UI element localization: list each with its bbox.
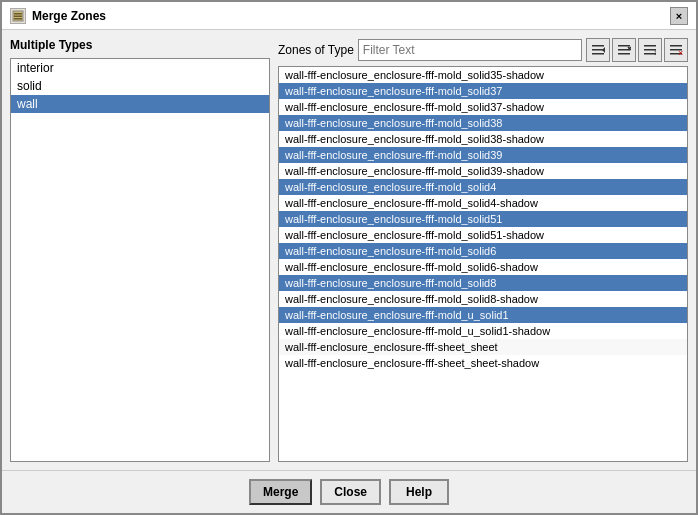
zones-list-wrapper: wall-fff-enclosure_enclosure-fff-mold_so… (278, 66, 688, 462)
zone-item[interactable]: wall-fff-enclosure_enclosure-fff-mold_so… (279, 259, 687, 275)
deselect-all-icon (617, 43, 631, 57)
zone-item[interactable]: wall-fff-enclosure_enclosure-fff-sheet_s… (279, 355, 687, 371)
zone-item[interactable]: wall-fff-enclosure_enclosure-fff-mold_so… (279, 179, 687, 195)
select-all-button[interactable] (586, 38, 610, 62)
zone-item[interactable]: wall-fff-enclosure_enclosure-fff-mold_so… (279, 67, 687, 83)
filter-button[interactable]: × (664, 38, 688, 62)
left-panel: Multiple Types interiorsolidwall (10, 38, 270, 462)
filter-input[interactable] (358, 39, 582, 61)
zone-item[interactable]: wall-fff-enclosure_enclosure-fff-mold_so… (279, 275, 687, 291)
type-list[interactable]: interiorsolidwall (10, 58, 270, 462)
svg-text:↕: ↕ (653, 48, 657, 57)
type-item[interactable]: interior (11, 59, 269, 77)
zone-item[interactable]: wall-fff-enclosure_enclosure-fff-mold_so… (279, 99, 687, 115)
zone-item[interactable]: wall-fff-enclosure_enclosure-fff-mold_so… (279, 83, 687, 99)
zones-list[interactable]: wall-fff-enclosure_enclosure-fff-mold_so… (279, 67, 687, 461)
invert-selection-button[interactable]: ↕ (638, 38, 662, 62)
zone-item[interactable]: wall-fff-enclosure_enclosure-fff-mold_so… (279, 291, 687, 307)
svg-text:×: × (678, 48, 683, 57)
zone-item[interactable]: wall-fff-enclosure_enclosure-fff-mold_so… (279, 195, 687, 211)
type-item[interactable]: solid (11, 77, 269, 95)
filter-icon: × (669, 43, 683, 57)
deselect-all-button[interactable] (612, 38, 636, 62)
svg-rect-2 (14, 15, 22, 17)
toolbar-buttons: ↕ × (586, 38, 688, 62)
dialog-icon (10, 8, 26, 24)
zones-of-type-label: Zones of Type (278, 43, 354, 57)
svg-rect-3 (14, 18, 22, 20)
zone-item[interactable]: wall-fff-enclosure_enclosure-fff-mold_so… (279, 211, 687, 227)
svg-marker-7 (602, 47, 605, 53)
svg-rect-13 (644, 45, 656, 47)
zone-item[interactable]: wall-fff-enclosure_enclosure-fff-mold_u_… (279, 307, 687, 323)
zone-item[interactable]: wall-fff-enclosure_enclosure-fff-mold_u_… (279, 323, 687, 339)
zones-header: Zones of Type (278, 38, 688, 62)
title-bar: Merge Zones × (2, 2, 696, 30)
zone-item[interactable]: wall-fff-enclosure_enclosure-fff-mold_so… (279, 163, 687, 179)
close-button[interactable]: Close (320, 479, 381, 505)
right-panel: Zones of Type (278, 38, 688, 462)
footer: Merge Close Help (2, 470, 696, 513)
merge-zones-dialog: Merge Zones × Multiple Types interiorsol… (0, 0, 698, 515)
select-all-icon (591, 43, 605, 57)
zone-item[interactable]: wall-fff-enclosure_enclosure-fff-mold_so… (279, 131, 687, 147)
svg-rect-6 (592, 53, 604, 55)
svg-rect-4 (592, 45, 604, 47)
multiple-types-label: Multiple Types (10, 38, 270, 52)
svg-rect-8 (618, 45, 630, 47)
invert-icon: ↕ (643, 43, 657, 57)
help-button[interactable]: Help (389, 479, 449, 505)
svg-rect-1 (14, 13, 22, 15)
type-item[interactable]: wall (11, 95, 269, 113)
merge-button[interactable]: Merge (249, 479, 312, 505)
zone-item[interactable]: wall-fff-enclosure_enclosure-fff-mold_so… (279, 115, 687, 131)
svg-rect-17 (670, 45, 682, 47)
svg-rect-10 (618, 53, 630, 55)
zone-item[interactable]: wall-fff-enclosure_enclosure-fff-mold_so… (279, 227, 687, 243)
zone-item[interactable]: wall-fff-enclosure_enclosure-fff-sheet_s… (279, 339, 687, 355)
main-content: Multiple Types interiorsolidwall Zones o… (2, 30, 696, 470)
close-window-button[interactable]: × (670, 7, 688, 25)
title-bar-left: Merge Zones (10, 8, 106, 24)
svg-rect-5 (592, 49, 604, 51)
zone-item[interactable]: wall-fff-enclosure_enclosure-fff-mold_so… (279, 147, 687, 163)
zone-item[interactable]: wall-fff-enclosure_enclosure-fff-mold_so… (279, 243, 687, 259)
dialog-title: Merge Zones (32, 9, 106, 23)
